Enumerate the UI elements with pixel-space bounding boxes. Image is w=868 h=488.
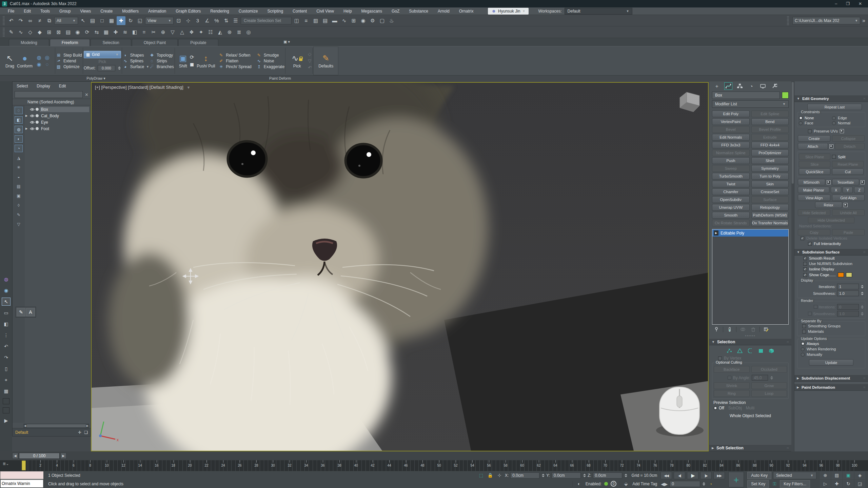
create-tab-icon[interactable]: ＋ xyxy=(713,82,721,90)
filter-containers-icon[interactable]: ▤ xyxy=(15,183,23,190)
tool-icon-10[interactable]: ⇆ xyxy=(92,28,101,37)
absolute-mode-icon[interactable]: ⊹ xyxy=(496,472,503,479)
modifier-button[interactable]: Edit Normals xyxy=(712,134,750,141)
tool-icon-11[interactable]: ▦ xyxy=(102,28,111,37)
offset-input[interactable]: 0.000 xyxy=(98,65,115,71)
view-eye-icon[interactable]: ◉ xyxy=(2,286,11,294)
explorer-search-input[interactable] xyxy=(15,91,83,98)
timeline-tick[interactable]: 86 xyxy=(735,460,742,471)
align-icon[interactable]: ≡ xyxy=(302,16,311,25)
pinch-spread-button[interactable]: ✳Pinch/ Spread xyxy=(218,64,251,69)
planar-z-button[interactable]: Z xyxy=(854,187,865,193)
timeline-tick[interactable]: 82 xyxy=(702,460,708,471)
tool-icon-5[interactable]: ⊞ xyxy=(45,28,54,37)
modifier-button[interactable]: Surface xyxy=(751,196,789,203)
timeline-tick[interactable]: 66 xyxy=(569,460,575,471)
relax-soften-button[interactable]: ✎Relax/ Soften xyxy=(218,53,251,58)
y-coordinate-input[interactable]: 0.0cm xyxy=(552,472,581,479)
modifier-button[interactable]: FFD 4x4x4 xyxy=(751,142,789,148)
timeline-tick[interactable]: 36 xyxy=(319,460,326,471)
make-planar-button[interactable]: Make Planar xyxy=(798,187,829,193)
maximize-viewport-icon[interactable]: ◲ xyxy=(854,480,865,488)
menu-item[interactable]: Ornatrix xyxy=(455,9,478,14)
layer-explorer-icon[interactable]: ▤ xyxy=(321,16,330,25)
defaults-button[interactable]: ✎ Defaults xyxy=(313,46,338,75)
optimize-button[interactable]: ▧Optimize xyxy=(56,64,82,69)
timeline-tick[interactable]: 70 xyxy=(602,460,609,471)
rect-tool-icon[interactable]: ▭ xyxy=(2,309,11,317)
explorer-sort-header[interactable]: Name (Sorted Ascending) xyxy=(13,99,91,105)
polydraw-drag-button[interactable]: ↖ Drag xyxy=(5,54,14,68)
filter-geometry-icon[interactable]: ◧ xyxy=(15,116,23,124)
menu-item[interactable]: Arnold xyxy=(433,9,454,14)
timeline-tick[interactable]: 8 xyxy=(87,460,94,471)
menu-item[interactable]: Edit xyxy=(19,9,35,14)
close-button[interactable]: ✕ xyxy=(859,1,862,6)
tool-icon-24[interactable]: ⊛ xyxy=(225,28,234,37)
shape-tool-icon[interactable]: ◧ xyxy=(2,320,11,328)
select-and-scale-icon[interactable]: ◱ xyxy=(136,16,144,25)
timeline-tick[interactable]: 90 xyxy=(768,460,775,471)
tool-icon-16[interactable]: ✂ xyxy=(149,28,158,37)
pin-stack-icon[interactable] xyxy=(713,326,720,332)
modifier-button[interactable]: Normalize Spline xyxy=(712,149,750,156)
visibility-eye-icon[interactable] xyxy=(30,127,35,130)
enabled-status-dot[interactable] xyxy=(604,482,608,486)
timeline-tick[interactable]: 42 xyxy=(369,460,376,471)
visibility-eye-icon[interactable] xyxy=(30,108,35,111)
z-coordinate-input[interactable]: 0.0cm xyxy=(593,472,622,479)
element-subobject-icon[interactable] xyxy=(768,348,775,354)
strips-button[interactable]: ◌Strips xyxy=(149,59,174,63)
pick-button[interactable]: ∿ Pick xyxy=(286,46,308,75)
planar-y-button[interactable]: Y xyxy=(843,187,853,193)
conform-scale-icon[interactable]: ◉ xyxy=(35,61,43,67)
modifier-button[interactable]: Extrude xyxy=(751,134,789,141)
shift-solid-icon[interactable]: ◼ xyxy=(190,61,194,67)
tool-icon-1[interactable]: ✎ xyxy=(7,28,16,37)
picker-tool-icon[interactable]: ⌖ xyxy=(2,376,11,384)
timeline-tick[interactable]: 40 xyxy=(353,460,359,471)
subdivision-displacement-rollout-header[interactable]: ▶Subdivision Displacement⁙ xyxy=(794,374,868,382)
modifier-button[interactable]: Symmetry xyxy=(751,165,789,172)
isoline-display-checkbox[interactable]: ✓ xyxy=(803,267,807,271)
tool-icon-7[interactable]: ▤ xyxy=(64,28,73,37)
use-nurms-checkbox[interactable] xyxy=(803,262,807,266)
modifier-button[interactable]: Bend xyxy=(751,118,789,125)
timeline-tick[interactable]: 22 xyxy=(203,460,210,471)
timeline-tick[interactable]: 6 xyxy=(70,460,77,471)
smudge-button[interactable]: ✎Smudge xyxy=(256,53,284,58)
ribbon-tab[interactable]: Freeform xyxy=(50,39,90,46)
menu-item[interactable]: Group xyxy=(55,9,75,14)
dots-tool-icon[interactable]: ⋮ xyxy=(2,331,11,339)
mirror-icon[interactable]: ◫ xyxy=(292,16,301,25)
filter-materials-icon[interactable]: ▣ xyxy=(15,192,23,200)
materials-checkbox[interactable] xyxy=(802,330,806,333)
project-folder-select[interactable]: C:\Users\JI...ds Max 202 ▼ xyxy=(792,17,860,24)
ribbon-tab[interactable]: Modeling xyxy=(9,39,49,46)
configure-modifier-sets-icon[interactable] xyxy=(763,326,770,332)
field-of-view-icon[interactable]: ▷ xyxy=(820,480,831,488)
render-setup-icon[interactable]: ⚙ xyxy=(368,16,377,25)
smoothing-groups-checkbox[interactable] xyxy=(802,324,806,328)
timeline-tick[interactable]: 94 xyxy=(801,460,808,471)
timeline-tick[interactable]: 76 xyxy=(652,460,658,471)
scene-object-row[interactable]: Foot xyxy=(25,125,91,132)
timeline-tick[interactable]: 32 xyxy=(286,460,293,471)
explorer-h-scrollbar[interactable]: ◀ ▶ xyxy=(23,424,89,428)
layer-add-icon[interactable]: ✛ xyxy=(78,430,81,435)
show-end-result-icon[interactable] xyxy=(726,326,733,332)
expand-arrow-icon[interactable] xyxy=(25,114,29,117)
shift-brush-button[interactable]: ▣ Shift xyxy=(179,54,187,68)
timeline-tick[interactable]: 68 xyxy=(585,460,592,471)
use-pivot-center-icon[interactable]: ⊡ xyxy=(174,16,183,25)
display-smoothness-input[interactable]: 1.0 xyxy=(837,290,859,296)
filter-bones-icon[interactable]: ◒ xyxy=(15,173,23,181)
preserve-uvs-checkbox[interactable] xyxy=(808,129,812,133)
select-and-move-icon[interactable]: ✚ xyxy=(117,16,125,25)
rendered-frame-icon[interactable]: ▢ xyxy=(378,16,387,25)
topology-button[interactable]: ❖Topology xyxy=(149,53,174,58)
create-button[interactable]: Create xyxy=(798,135,830,142)
relax-button[interactable]: Relax xyxy=(815,202,842,208)
track-bar[interactable]: ≣⌄ 0246810121416182022242628303234363840… xyxy=(0,460,868,471)
timeline-tick[interactable]: 62 xyxy=(535,460,542,471)
